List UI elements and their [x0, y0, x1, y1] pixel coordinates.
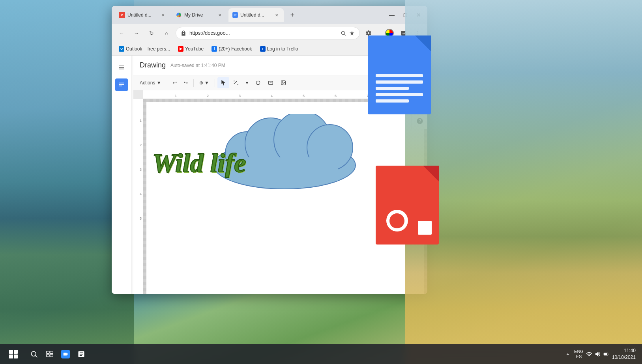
- docs-sidebar: [112, 56, 131, 294]
- line-dropdown[interactable]: ▾: [243, 77, 251, 88]
- zoom-button[interactable]: ⊕ ▼: [196, 77, 212, 88]
- svg-rect-1: [234, 15, 237, 15]
- svg-rect-7: [119, 69, 124, 69]
- redo-icon: ↪: [184, 80, 188, 86]
- refresh-button[interactable]: ↻: [146, 27, 157, 39]
- taskbar-right: ENGES 11:40 10/18/2021: [565, 347, 636, 361]
- maximize-button[interactable]: □: [400, 9, 411, 21]
- search-address-icon: [341, 30, 346, 36]
- text-tool[interactable]: [265, 77, 277, 88]
- gslides-circle: [386, 210, 408, 231]
- bookmark-star-icon: [349, 30, 355, 36]
- svg-line-26: [35, 355, 37, 357]
- tab2-close[interactable]: ✕: [217, 12, 223, 18]
- svg-line-4: [344, 34, 346, 35]
- bookmark-outlook[interactable]: O Outlook – free pers...: [116, 45, 173, 53]
- ruler-v-tick-5: 5: [140, 217, 142, 220]
- drawing-ruler-v: 1 2 3 4 5: [133, 99, 143, 294]
- tab-1[interactable]: P Untitled d... ✕: [115, 8, 170, 22]
- youtube-favicon: [178, 46, 183, 52]
- new-tab-button[interactable]: +: [287, 9, 298, 21]
- taskbar-zoom[interactable]: [58, 347, 73, 361]
- gslides-rect: [418, 221, 432, 235]
- svg-point-17: [282, 82, 283, 82]
- line-tool[interactable]: [230, 77, 242, 88]
- language-indicator: ENGES: [574, 349, 584, 359]
- svg-rect-5: [119, 66, 124, 67]
- toolbar-sep-3: [215, 79, 215, 87]
- drawing-title: Drawing: [140, 61, 166, 69]
- facebook-favicon: f: [212, 46, 217, 52]
- undo-button[interactable]: ↩: [170, 77, 180, 88]
- volume-icon: [595, 351, 601, 357]
- clock[interactable]: 11:40 10/18/2021: [612, 347, 636, 361]
- svg-point-3: [341, 31, 344, 34]
- gslides-circle-inner: [389, 213, 404, 228]
- tab-3[interactable]: Untitled d... ✕: [228, 8, 284, 22]
- shapes-tool[interactable]: [252, 77, 264, 88]
- taskbar: ENGES 11:40 10/18/2021: [0, 344, 642, 364]
- drawing-autosave: Auto-saved at 1:41:40 PM: [170, 63, 364, 68]
- gdocs-floating-icon: [362, 35, 437, 134]
- select-tool[interactable]: [217, 77, 229, 88]
- svg-rect-30: [50, 355, 53, 357]
- image-icon: [281, 80, 286, 86]
- tab1-label: Untitled d...: [127, 12, 157, 18]
- gdocs-line-4: [376, 93, 423, 96]
- lock-icon: [181, 30, 186, 36]
- redo-button[interactable]: ↪: [181, 77, 191, 88]
- bookmark-facebook[interactable]: f (20+) Facebook: [208, 45, 255, 53]
- gslides-floating-icon: [370, 166, 445, 268]
- system-tray: ENGES: [574, 349, 609, 359]
- windows-logo-icon: [9, 350, 18, 358]
- minimize-button[interactable]: —: [386, 9, 397, 21]
- start-button[interactable]: [6, 347, 21, 361]
- tab2-label: My Drive: [184, 12, 214, 18]
- gdocs-line-2: [376, 80, 423, 84]
- bookmark-youtube[interactable]: YouTube: [175, 45, 207, 53]
- bookmark-facebook-label: (20+) Facebook: [219, 46, 252, 52]
- svg-point-25: [31, 351, 36, 356]
- home-button[interactable]: ⌂: [161, 27, 172, 39]
- svg-rect-10: [119, 86, 122, 86]
- ruler-tick-4: 4: [271, 94, 273, 98]
- tab-2[interactable]: My Drive ✕: [172, 8, 227, 22]
- address-field[interactable]: https://docs.goo...: [176, 27, 360, 39]
- bookmark-outlook-label: Outlook – free pers...: [126, 46, 170, 52]
- bookmark-youtube-label: YouTube: [185, 46, 204, 52]
- tab1-close[interactable]: ✕: [160, 12, 166, 18]
- battery-icon: [603, 351, 609, 357]
- bookmark-trello[interactable]: T Log in to Trello: [257, 45, 301, 53]
- forward-button[interactable]: →: [131, 27, 142, 39]
- gdocs-icon-body: [368, 35, 431, 114]
- svg-rect-9: [119, 84, 124, 85]
- window-controls: — □ ✕: [386, 9, 424, 21]
- bookmark-trello-label: Log in to Trello: [267, 46, 298, 52]
- taskbar-search[interactable]: [27, 347, 41, 361]
- tab3-close[interactable]: ✕: [273, 12, 280, 18]
- shapes-icon: [255, 80, 261, 86]
- svg-rect-0: [234, 14, 237, 15]
- undo-icon: ↩: [173, 80, 177, 86]
- outlook-favicon: O: [119, 46, 124, 52]
- image-tool[interactable]: [277, 77, 289, 88]
- taskbar-notes[interactable]: [74, 347, 88, 361]
- svg-rect-23: [231, 157, 338, 181]
- taskbar-task-view[interactable]: [43, 347, 57, 361]
- back-button[interactable]: ←: [116, 27, 127, 39]
- clock-time: 11:40: [612, 347, 636, 354]
- gdocs-icon-fold: [415, 35, 431, 51]
- gslides-icon-content: [383, 210, 432, 235]
- sidebar-menu-icon[interactable]: [114, 60, 129, 75]
- toolbar-sep-2: [193, 79, 194, 87]
- ruler-tick-3: 3: [239, 94, 241, 98]
- ruler-v-tick-1: 1: [140, 119, 142, 123]
- close-button[interactable]: ✕: [413, 9, 424, 21]
- svg-rect-27: [47, 351, 50, 354]
- docs-app-icon[interactable]: [115, 78, 128, 91]
- url-text: https://docs.goo...: [189, 30, 337, 36]
- svg-point-13: [256, 81, 260, 84]
- actions-button[interactable]: Actions ▼: [137, 77, 165, 88]
- chevron-up-icon[interactable]: [565, 351, 571, 357]
- gslides-icon-fold: [423, 166, 439, 181]
